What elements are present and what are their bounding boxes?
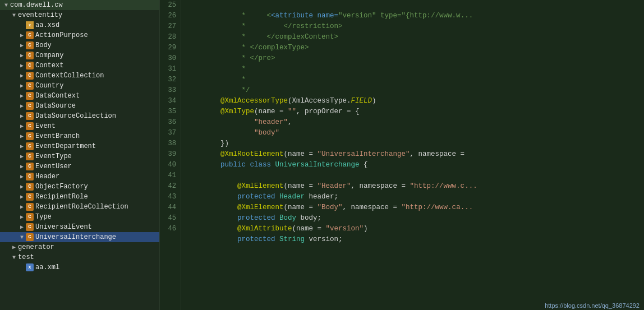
code-token: version; xyxy=(305,235,343,243)
code-token xyxy=(220,129,254,137)
code-token: Body xyxy=(279,214,296,222)
code-token: {http://www.w... xyxy=(406,12,473,20)
sidebar-item-RecipientRoleCollection[interactable]: C RecipientRoleCollection xyxy=(0,202,159,212)
code-token: @XmlElement xyxy=(237,203,284,211)
class-icon: C xyxy=(26,52,34,59)
code-token: * </pre> xyxy=(220,54,275,62)
code-content[interactable]: * <<attribute name="version" type="{http… xyxy=(181,0,644,310)
class-icon: C xyxy=(26,82,34,90)
code-token: @XmlType xyxy=(220,108,254,115)
sidebar-item-label: UniversalInterchange xyxy=(35,233,116,241)
line-num-42: 42 xyxy=(160,181,176,192)
code-token xyxy=(220,235,237,243)
sidebar-item-Context[interactable]: C Context xyxy=(0,61,159,71)
sidebar-item-label: com.dewell.cw xyxy=(10,1,63,9)
code-token: <attribute name= xyxy=(271,12,338,20)
sidebar-item-RecipientRole[interactable]: C RecipientRole xyxy=(0,192,159,202)
sidebar-item-label: evententity xyxy=(18,11,62,19)
code-token xyxy=(220,118,254,126)
sidebar-item-label: Context xyxy=(35,62,63,70)
code-token: (name = xyxy=(284,203,318,211)
sidebar-item-com-dewell[interactable]: com.dewell.cw xyxy=(0,0,159,10)
sidebar-item-label: UniversalEvent xyxy=(35,223,92,231)
sidebar-item-label: ActionPurpose xyxy=(35,31,88,39)
sidebar-item-Country[interactable]: C Country xyxy=(0,81,159,91)
sidebar-item-UniversalEvent[interactable]: C UniversalEvent xyxy=(0,222,159,232)
code-token: * xyxy=(220,12,267,20)
code-token xyxy=(220,225,237,233)
code-token xyxy=(246,161,250,169)
sidebar-item-Event[interactable]: C Event xyxy=(0,121,159,131)
line-num-38: 38 xyxy=(160,138,176,149)
code-line-38: @XmlRootElement(name = "UniversalInterch… xyxy=(187,138,644,149)
code-token: , namespace = xyxy=(351,182,410,190)
arrow-icon xyxy=(20,234,26,240)
code-token: (name = xyxy=(254,108,288,115)
sidebar: com.dewell.cw evententity x aa.xsd C Act… xyxy=(0,0,160,310)
code-token: */ xyxy=(220,86,250,94)
sidebar-item-EventDepartment[interactable]: C EventDepartment xyxy=(0,141,159,151)
line-num-34: 34 xyxy=(160,96,176,107)
sidebar-item-label: EventUser xyxy=(35,163,72,170)
sidebar-item-aa-xml[interactable]: x aa.xml xyxy=(0,262,159,272)
arrow-icon xyxy=(20,143,26,150)
line-num-32: 32 xyxy=(160,75,176,85)
class-icon: C xyxy=(26,163,34,170)
sidebar-item-generator[interactable]: generator xyxy=(0,242,159,252)
code-token: class xyxy=(250,161,272,169)
sidebar-item-DataContext[interactable]: C DataContext xyxy=(0,91,159,101)
arrow-icon xyxy=(12,12,18,18)
code-token xyxy=(271,161,275,169)
sidebar-item-Body[interactable]: C Body xyxy=(0,40,159,50)
arrow-icon xyxy=(20,113,26,119)
class-icon: C xyxy=(26,31,34,39)
code-token: Header xyxy=(279,193,305,201)
status-bar: https://blog.csdn.net/qq_36874292 xyxy=(540,301,644,310)
line-num-39: 39 xyxy=(160,149,176,160)
code-token xyxy=(275,193,280,201)
sidebar-item-DataSourceCollection[interactable]: C DataSourceCollection xyxy=(0,111,159,121)
class-icon: C xyxy=(26,132,34,140)
code-token: }) xyxy=(220,140,229,147)
code-token: , namespace = xyxy=(410,150,465,158)
sidebar-item-DataSource[interactable]: C DataSource xyxy=(0,101,159,111)
class-icon: C xyxy=(26,152,34,160)
sidebar-item-Header[interactable]: C Header xyxy=(0,172,159,182)
code-token xyxy=(220,193,237,201)
line-num-41: 41 xyxy=(160,170,176,181)
sidebar-item-aa-xsd[interactable]: x aa.xsd xyxy=(0,20,159,30)
sidebar-item-UniversalInterchange[interactable]: C UniversalInterchange xyxy=(0,232,159,242)
sidebar-item-ContextCollection[interactable]: C ContextCollection xyxy=(0,71,159,81)
sidebar-item-ObjectFactory[interactable]: C ObjectFactory xyxy=(0,182,159,192)
sidebar-item-label: EventBranch xyxy=(35,132,80,140)
line-num-33: 33 xyxy=(160,85,176,96)
code-token: protected xyxy=(237,193,275,201)
arrow-icon xyxy=(12,255,18,261)
code-token xyxy=(220,214,237,222)
class-icon: C xyxy=(26,183,34,191)
line-num-43: 43 xyxy=(160,192,176,202)
code-token: "Header" xyxy=(318,182,351,190)
sidebar-item-EventBranch[interactable]: C EventBranch xyxy=(0,131,159,141)
sidebar-item-label: Event xyxy=(35,122,56,130)
code-token: < xyxy=(267,12,272,20)
sidebar-item-EventUser[interactable]: C EventUser xyxy=(0,161,159,172)
sidebar-item-EventType[interactable]: C EventType xyxy=(0,151,159,161)
class-icon: C xyxy=(26,193,34,201)
sidebar-item-evententity[interactable]: evententity xyxy=(0,10,159,20)
sidebar-item-label: DataSource xyxy=(35,102,76,110)
code-token: ) xyxy=(372,97,376,105)
sidebar-item-ActionPurpose[interactable]: C ActionPurpose xyxy=(0,30,159,40)
code-token: * </complexContent> xyxy=(220,33,338,41)
arrow-icon xyxy=(20,42,26,49)
sidebar-item-label: ContextCollection xyxy=(35,72,104,80)
code-token: (name = xyxy=(284,150,318,158)
sidebar-item-Type[interactable]: C Type xyxy=(0,212,159,222)
code-token: public xyxy=(220,161,246,169)
arrow-icon xyxy=(20,224,26,230)
code-token: "version" xyxy=(326,225,364,233)
sidebar-item-label: RecipientRoleCollection xyxy=(35,203,128,211)
sidebar-item-label: Company xyxy=(35,52,63,59)
sidebar-item-Company[interactable]: C Company xyxy=(0,50,159,61)
sidebar-item-test[interactable]: test xyxy=(0,252,159,262)
